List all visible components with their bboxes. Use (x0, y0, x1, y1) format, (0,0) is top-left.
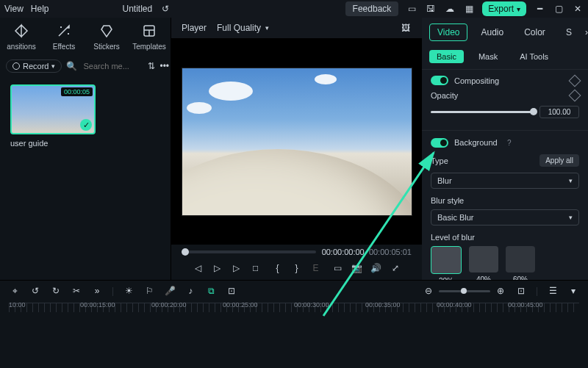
project-title: Untitled (122, 4, 152, 14)
opacity-label: Opacity (431, 91, 458, 100)
level-label: Level of blur (431, 233, 579, 242)
magnet-icon[interactable]: ⧉ (205, 285, 217, 297)
maximize-icon[interactable]: ▢ (553, 3, 564, 15)
layers-icon[interactable]: ☰ (547, 285, 559, 297)
blur-style-label: Blur style (431, 196, 579, 205)
marker-icon[interactable]: ☀ (123, 285, 135, 297)
filter-icon[interactable]: ⇅ (148, 60, 155, 72)
minimize-icon[interactable]: ━ (534, 3, 545, 15)
blur-option-40[interactable]: 40% (469, 246, 498, 280)
clip-duration: 00:00:05 (61, 87, 93, 96)
grid-icon[interactable]: ▦ (463, 3, 475, 15)
media-clip[interactable]: 00:00:05 ✓ (10, 84, 96, 134)
blur-option-20[interactable]: 20% (431, 246, 462, 280)
history-icon[interactable]: ↺ (159, 3, 171, 15)
undo-icon[interactable]: ↺ (29, 285, 41, 297)
opacity-value[interactable]: 100.00 (539, 106, 579, 118)
help-icon[interactable]: ? (503, 137, 515, 148)
chevron-down-icon[interactable]: ▾ (567, 285, 579, 297)
play-forward-icon[interactable]: ▷ (231, 262, 243, 274)
media-sidebar: ansitions Effects Stickers Templates Rec… (0, 18, 171, 280)
background-label: Background (454, 138, 498, 147)
time-display: 00:00:00:00 00:00:05:01 (322, 248, 412, 256)
flag-icon[interactable]: ⚐ (143, 285, 155, 297)
tool-transitions[interactable]: ansitions (3, 22, 40, 51)
compositing-toggle[interactable] (431, 76, 448, 85)
background-toggle[interactable] (431, 138, 448, 148)
subtab-basic[interactable]: Basic (429, 50, 464, 63)
snapshot-icon[interactable]: 📷 (351, 262, 363, 274)
keyframe-icon[interactable] (569, 74, 581, 87)
tab-audio[interactable]: Audio (473, 24, 511, 40)
link-icon[interactable]: ⊡ (226, 285, 237, 297)
cloud-icon[interactable]: ☁ (444, 3, 456, 15)
cut-icon[interactable]: ✂ (71, 285, 82, 297)
prev-frame-icon[interactable]: ◁ (193, 262, 204, 274)
tab-color[interactable]: Color (517, 24, 553, 40)
tab-more[interactable]: S (559, 24, 579, 40)
compositing-label: Compositing (454, 76, 499, 85)
more-icon[interactable]: ••• (159, 60, 169, 72)
titlebar: View Help Untitled ↺ Feedback ▭ 🖫 ☁ ▦ Ex… (0, 0, 588, 18)
properties-panel: Video Audio Color S › Basic Mask AI Tool… (422, 18, 588, 280)
close-icon[interactable]: ✕ (572, 3, 584, 15)
monitor-icon[interactable]: ▭ (406, 3, 417, 15)
blur-style-select[interactable]: Basic Blur▾ (431, 209, 579, 226)
chevron-down-icon: ▾ (517, 5, 520, 13)
tool-effects[interactable]: Effects (46, 22, 82, 51)
feedback-button[interactable]: Feedback (345, 1, 399, 16)
fit-icon[interactable]: ⊡ (515, 285, 527, 297)
preview-area: Player Full Quality▾ 🖼 00:00:00:00 00:00… (171, 18, 422, 280)
zoom-in-icon[interactable]: ⊕ (495, 285, 506, 297)
music-icon[interactable]: ♪ (184, 285, 196, 297)
search-field[interactable]: 🔍 (66, 61, 143, 71)
player-label: Player (182, 23, 207, 33)
subtab-mask[interactable]: Mask (471, 50, 505, 63)
apply-all-button[interactable]: Apply all (539, 154, 579, 167)
chevron-right-icon[interactable]: › (585, 26, 588, 38)
record-button[interactable]: Record▾ (6, 59, 62, 73)
image-icon[interactable]: 🖼 (400, 22, 412, 34)
cursor-icon[interactable]: ⌖ (9, 285, 21, 297)
scrub-bar[interactable] (182, 250, 316, 253)
mic-icon[interactable]: 🎤 (164, 285, 176, 297)
check-icon: ✓ (80, 119, 92, 131)
blur-option-60[interactable]: 60% (506, 246, 535, 280)
e-icon: E (310, 262, 322, 274)
clip-label: user guide (10, 139, 160, 148)
type-label: Type (431, 156, 448, 165)
redo-icon[interactable]: ↻ (50, 285, 62, 297)
zoom-out-icon[interactable]: ⊖ (423, 285, 434, 297)
keyframe-icon[interactable] (569, 90, 581, 102)
search-input[interactable] (82, 61, 143, 71)
timeline: ⌖ ↺ ↻ ✂ » | ☀ ⚐ 🎤 ♪ ⧉ ⊡ ⊖ ⊕ ⊡ | ☰ ▾ 10:0… (0, 280, 588, 368)
fullscreen-icon[interactable]: ⤢ (390, 262, 401, 274)
search-icon: 🔍 (66, 61, 77, 71)
display-icon[interactable]: ▭ (332, 262, 344, 274)
menu-help[interactable]: Help (31, 4, 49, 14)
tool-templates[interactable]: Templates (131, 22, 168, 51)
play-icon[interactable]: ▷ (212, 262, 223, 274)
stop-icon[interactable]: □ (250, 262, 262, 274)
tab-video[interactable]: Video (429, 24, 467, 41)
save-icon[interactable]: 🖫 (425, 3, 437, 15)
quality-select[interactable]: Full Quality▾ (217, 23, 269, 33)
subtab-ai[interactable]: AI Tools (512, 50, 556, 63)
more-icon[interactable]: » (91, 285, 103, 297)
export-button[interactable]: Export▾ (482, 1, 526, 16)
opacity-slider[interactable] (431, 111, 534, 113)
preview-canvas[interactable] (182, 68, 412, 216)
tool-stickers[interactable]: Stickers (88, 22, 125, 51)
zoom-control[interactable]: ⊖ ⊕ (423, 285, 506, 297)
mark-out-icon[interactable]: } (291, 262, 303, 274)
type-select[interactable]: Blur▾ (431, 173, 579, 189)
volume-icon[interactable]: 🔊 (370, 262, 382, 274)
mark-in-icon[interactable]: { (272, 262, 284, 274)
menu-view[interactable]: View (4, 4, 24, 14)
